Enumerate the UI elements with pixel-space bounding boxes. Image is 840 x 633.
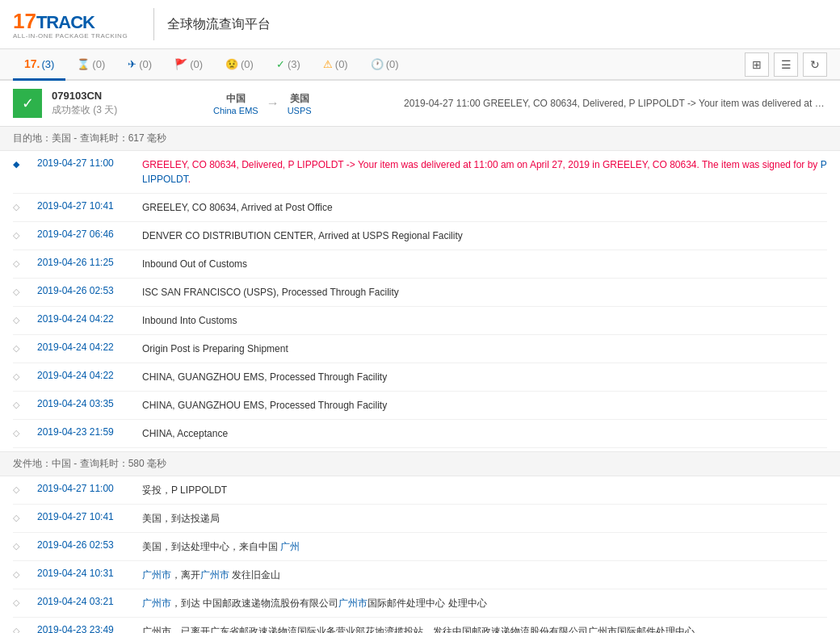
city-link[interactable]: 广州市 [142, 597, 171, 609]
status-badge: ✓ [13, 89, 42, 118]
tab-actions: ⊞ ☰ ↻ [745, 52, 827, 77]
timeline-item: ◆ 2019-04-27 11:00 GREELEY, CO 80634, De… [13, 151, 827, 194]
header-title: 全球物流查询平台 [167, 16, 271, 33]
timeline-datetime: 2019-04-27 10:41 [37, 511, 142, 522]
timeline-datetime: 2019-04-27 06:46 [37, 228, 142, 240]
timeline-datetime: 2019-04-26 02:53 [37, 285, 142, 296]
to-country: 美国 [288, 92, 312, 106]
city-link[interactable]: 广州市 [142, 569, 171, 581]
timeline-item: ◇ 2019-04-24 10:31 广州市，离开广州市 发往旧金山 [13, 561, 827, 589]
alert-icon: ⚠ [323, 58, 333, 70]
timeline-desc: CHINA, Acceptance [142, 426, 827, 441]
tab-failed-count: (0) [241, 58, 254, 70]
tab-exception[interactable]: 🚩 (0) [163, 50, 214, 81]
destination-section-label: 目的地：美国 - 查询耗时：617 毫秒 [0, 127, 840, 151]
timeline-item: ◇ 2019-04-26 02:53 ISC SAN FRANCISCO (US… [13, 279, 827, 307]
tab-pending[interactable]: ⌛ (0) [65, 50, 116, 81]
tab-pending-count: (0) [92, 58, 105, 70]
timeline-icon-empty: ◇ [13, 626, 24, 633]
tracking-number[interactable]: 079103CN [52, 90, 213, 102]
destination-label-text: 目的地：美国 - 查询耗时：617 毫秒 [13, 132, 166, 144]
check-icon: ✓ [276, 58, 285, 70]
city-link[interactable]: 广州 [280, 541, 300, 552]
header-divider [153, 8, 154, 40]
from-country: 中国 [213, 92, 258, 106]
timeline-icon-empty: ◇ [13, 541, 24, 551]
view-grid-button[interactable]: ⊞ [745, 52, 769, 77]
city-link[interactable]: 广州市 [200, 569, 229, 581]
timeline-desc: 广州市，已离开广东省邮政速递物流国际业务营业部花地湾揽投站，发往中国邮政速递物流… [142, 624, 827, 633]
refresh-button[interactable]: ↻ [803, 52, 827, 77]
airplane-icon: ✈ [128, 58, 136, 70]
tab-alert[interactable]: ⚠ (0) [312, 50, 359, 81]
logo-17: 17 [13, 9, 36, 34]
timeline-icon-empty: ◇ [13, 230, 24, 241]
origin-label-text: 发件地：中国 - 查询耗时：580 毫秒 [13, 458, 166, 469]
timeline-item: ◇ 2019-04-24 03:21 广州市，到达 中国邮政速递物流股份有限公司… [13, 589, 827, 618]
timeline-icon-filled: ◆ [13, 159, 24, 170]
timeline-desc: Inbound Into Customs [142, 313, 827, 328]
logo-subtitle: ALL-IN-ONE PACKAGE TRACKING [13, 32, 128, 40]
clock-icon: 🕐 [371, 58, 384, 70]
tab-delivered-count: (3) [288, 58, 300, 70]
package-info: 079103CN 成功签收 (3 天) [52, 90, 213, 117]
tab-intransit[interactable]: ✈ (0) [116, 50, 163, 81]
timeline-item: ◇ 2019-04-27 06:46 DENVER CO DISTRIBUTIO… [13, 222, 827, 250]
tab-exception-count: (0) [190, 58, 203, 70]
logo-track: TRACK [36, 12, 94, 33]
timeline-desc: 美国，到达处理中心，来自中国 广州 [142, 539, 827, 554]
timeline-item: ◇ 2019-04-26 11:25 Inbound Out of Custom… [13, 250, 827, 279]
timeline-item: ◇ 2019-04-27 10:41 GREELEY, CO 80634, Ar… [13, 194, 827, 222]
timeline-icon-empty: ◇ [13, 597, 24, 608]
timeline-desc: 广州市，到达 中国邮政速递物流股份有限公司广州市国际邮件处理中心 处理中心 [142, 596, 827, 610]
timeline-icon-empty: ◇ [13, 428, 24, 438]
destination-timeline: ◆ 2019-04-27 11:00 GREELEY, CO 80634, De… [0, 151, 840, 448]
tab-all[interactable]: 17. (3) [13, 49, 65, 81]
route-to: 美国 USPS [288, 92, 312, 115]
timeline-item: ◇ 2019-04-24 04:22 CHINA, GUANGZHOU EMS,… [13, 363, 827, 392]
hourglass-icon: ⌛ [77, 58, 90, 70]
timeline-icon-empty: ◇ [13, 287, 24, 297]
timeline-desc: 妥投，P LIPPOLDT [142, 483, 827, 497]
tabbar: 17. (3) ⌛ (0) ✈ (0) 🚩 (0) 😟 (0) ✓ (3) ⚠ … [0, 49, 840, 81]
timeline-item: ◇ 2019-04-27 10:41 美国，到达投递局 [13, 505, 827, 533]
timeline-icon-empty: ◇ [13, 258, 24, 269]
timeline-datetime: 2019-04-27 11:00 [37, 483, 142, 494]
timeline-item: ◇ 2019-04-23 21:59 CHINA, Acceptance [13, 420, 827, 448]
timeline-item: ◇ 2019-04-24 03:35 CHINA, GUANGZHOU EMS,… [13, 392, 827, 420]
tab-expired-count: (0) [386, 58, 399, 70]
timeline-item: ◇ 2019-04-23 23:49 广州市，已离开广东省邮政速递物流国际业务营… [13, 618, 827, 633]
view-list-button[interactable]: ☰ [774, 52, 798, 77]
timeline-desc: Origin Post is Preparing Shipment [142, 342, 827, 356]
timeline-datetime: 2019-04-24 04:22 [37, 370, 142, 381]
tab-expired[interactable]: 🕐 (0) [359, 50, 410, 81]
tab-failed[interactable]: 😟 (0) [214, 50, 265, 81]
latest-event: 2019-04-27 11:00 GREELEY, CO 80634, Deli… [391, 98, 827, 109]
timeline-desc: Inbound Out of Customs [142, 257, 827, 271]
package-route: 中国 China EMS → 美国 USPS [213, 92, 391, 115]
timeline-datetime: 2019-04-24 04:22 [37, 342, 142, 353]
timeline-icon-empty: ◇ [13, 513, 24, 523]
origin-timeline: ◇ 2019-04-27 11:00 妥投，P LIPPOLDT ◇ 2019-… [0, 476, 840, 633]
from-carrier: China EMS [213, 106, 258, 115]
timeline-item: ◇ 2019-04-27 11:00 妥投，P LIPPOLDT [13, 476, 827, 505]
city-link[interactable]: 广州市 [338, 597, 368, 609]
timeline-datetime: 2019-04-26 11:25 [37, 257, 142, 268]
timeline-datetime: 2019-04-27 11:00 [37, 157, 142, 169]
timeline-datetime: 2019-04-24 10:31 [37, 568, 142, 579]
flag-icon: 🚩 [174, 58, 187, 70]
tab-intransit-count: (0) [139, 58, 152, 70]
timeline-icon-empty: ◇ [13, 400, 24, 410]
route-arrow-icon: → [267, 96, 279, 111]
timeline-desc: DENVER CO DISTRIBUTION CENTER, Arrived a… [142, 228, 827, 243]
timeline-icon-empty: ◇ [13, 343, 24, 354]
tab-delivered[interactable]: ✓ (3) [265, 50, 312, 81]
header: 17 TRACK ALL-IN-ONE PACKAGE TRACKING 全球物… [0, 0, 840, 49]
timeline-icon-empty: ◇ [13, 371, 24, 382]
timeline-datetime: 2019-04-27 10:41 [37, 200, 142, 212]
timeline-item: ◇ 2019-04-24 04:22 Origin Post is Prepar… [13, 335, 827, 363]
timeline-icon-empty: ◇ [13, 569, 24, 580]
timeline-item: ◇ 2019-04-24 04:22 Inbound Into Customs [13, 307, 827, 335]
timeline-desc: 广州市，离开广州市 发往旧金山 [142, 568, 827, 582]
timeline-datetime: 2019-04-23 23:49 [37, 624, 142, 633]
